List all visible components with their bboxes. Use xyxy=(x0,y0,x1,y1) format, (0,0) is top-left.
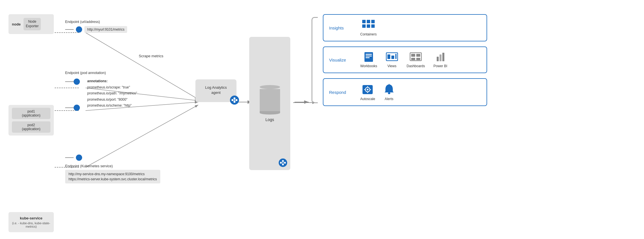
node-endpoint-section: Endpoint (url/address) http://myurl:9101… xyxy=(65,20,127,33)
svg-point-15 xyxy=(234,101,236,103)
pod1-dot xyxy=(74,79,80,85)
containers-label: Containers xyxy=(360,32,377,36)
svg-point-14 xyxy=(236,99,238,101)
logs-icon xyxy=(278,158,287,167)
pod-endpoint-label: Endpoint (pod annotation) xyxy=(65,71,137,75)
pod1-item: pod1 (application) xyxy=(12,108,50,119)
kube-dot xyxy=(76,155,82,161)
kube-endpoint-section: Endpoint (Kubernetes service) http://my-… xyxy=(65,155,160,183)
svg-point-53 xyxy=(367,89,368,90)
svg-rect-25 xyxy=(362,20,366,23)
pod2-dash xyxy=(65,107,74,108)
svg-rect-31 xyxy=(364,52,373,62)
svg-point-21 xyxy=(282,164,284,165)
insights-panel: Insights Containers xyxy=(312,14,487,106)
kube-url-2: https://metrics-server.kube-system.svc.c… xyxy=(69,177,157,181)
pod2-dot xyxy=(74,105,80,111)
svg-rect-43 xyxy=(416,58,420,60)
scrape-metrics-label: Scrape metrics xyxy=(139,54,163,58)
annotations-box: annotations: prometheus.io/scrape: "true… xyxy=(85,77,137,110)
respond-section-label: Respond xyxy=(329,90,360,95)
node-source: node Node Exporter xyxy=(8,14,54,34)
kube-endpoint-label: Endpoint (Kubernetes service) xyxy=(65,164,160,168)
visualize-section-label: Visualize xyxy=(329,58,360,62)
workbooks-label: Workbooks xyxy=(360,64,377,68)
svg-rect-37 xyxy=(391,56,394,59)
alerts-item: Alerts xyxy=(384,83,394,101)
powerbi-item: Power BI xyxy=(434,52,447,68)
svg-rect-40 xyxy=(411,54,415,57)
agent-section: Log Analyticsagent xyxy=(195,79,236,102)
insights-section-label: Insights xyxy=(329,26,360,30)
svg-rect-44 xyxy=(437,57,439,61)
kube-title: kube-service xyxy=(20,216,42,220)
logs-section: Logs xyxy=(249,37,290,170)
workbooks-item: Workbooks xyxy=(360,52,377,68)
pod1-dash xyxy=(65,81,74,82)
agent-label: Log Analyticsagent xyxy=(199,85,233,95)
dashboards-label: Dashboards xyxy=(407,64,425,68)
ann-line-2: prometheus.io/path: "/mymetrics" xyxy=(87,90,137,97)
svg-rect-28 xyxy=(362,24,366,28)
views-label: Views xyxy=(387,64,396,68)
node-dot xyxy=(76,26,82,33)
node-exporter-box: Node Exporter xyxy=(24,18,41,30)
annotations-title: annotations: xyxy=(87,78,137,84)
svg-point-13 xyxy=(234,98,236,100)
pods-source: pod1 (application) pod2 (application) xyxy=(8,105,54,136)
respond-card: Respond Autoscale xyxy=(323,78,487,106)
pod-endpoint-section: Endpoint (pod annotation) annotations: p… xyxy=(65,71,137,111)
respond-icons: Autoscale Alerts xyxy=(360,83,394,101)
main-diagram: node Node Exporter pod1 (application) po… xyxy=(0,0,644,239)
powerbi-label: Power BI xyxy=(434,64,447,68)
node-dash xyxy=(65,29,74,30)
sources-column: node Node Exporter pod1 (application) po… xyxy=(8,14,62,232)
svg-rect-38 xyxy=(395,54,396,59)
svg-point-22 xyxy=(282,162,283,163)
svg-point-12 xyxy=(232,99,234,101)
logs-cylinder xyxy=(260,85,280,115)
svg-rect-33 xyxy=(366,56,372,56)
svg-rect-29 xyxy=(367,24,370,28)
views-item: Views xyxy=(386,52,398,68)
brace-symbol xyxy=(312,17,318,103)
containers-item: Containers xyxy=(360,19,377,36)
svg-point-20 xyxy=(284,162,286,164)
svg-point-18 xyxy=(280,162,282,164)
agent-icon xyxy=(230,95,239,105)
svg-rect-36 xyxy=(387,54,390,59)
node-endpoint-label: Endpoint (url/address) xyxy=(65,20,127,24)
logs-label: Logs xyxy=(265,117,274,122)
svg-rect-42 xyxy=(411,58,415,60)
visualize-card: Visualize Workbooks xyxy=(323,46,487,73)
dashboards-item: Dashboards xyxy=(407,52,425,68)
ann-line-1: prometheus.io/scrape: "true" xyxy=(87,84,137,91)
svg-rect-45 xyxy=(440,54,442,61)
kube-url-1: http://my-service-dns.my-namespace:9100/… xyxy=(69,172,157,176)
svg-rect-27 xyxy=(371,20,375,23)
node-url: http://myurl:9101/metrics xyxy=(84,26,127,33)
alerts-label: Alerts xyxy=(385,97,393,101)
visualize-icons: Workbooks Views xyxy=(360,52,447,68)
autoscale-item: Autoscale xyxy=(360,84,375,101)
svg-rect-41 xyxy=(416,54,420,57)
svg-rect-30 xyxy=(371,24,375,28)
node-label: node xyxy=(12,22,21,26)
insights-card: Insights Containers xyxy=(323,14,487,41)
svg-point-19 xyxy=(282,160,284,162)
svg-rect-32 xyxy=(366,54,372,55)
svg-point-16 xyxy=(234,100,235,101)
kube-dash xyxy=(65,157,74,158)
autoscale-label: Autoscale xyxy=(360,97,375,101)
svg-rect-54 xyxy=(388,92,390,94)
svg-rect-34 xyxy=(366,57,370,58)
kube-source: kube-service (i.e. - kube-dns, kube-stat… xyxy=(8,212,54,232)
svg-rect-26 xyxy=(367,20,370,23)
ann-line-3: prometheus.io/port: "8000" xyxy=(87,97,137,103)
svg-rect-46 xyxy=(442,53,444,61)
kube-subtitle: (i.e. - kube-dns, kube-state-metrics) xyxy=(11,221,51,228)
insights-icons: Containers xyxy=(360,19,377,36)
pod2-item: pod2 (application) xyxy=(12,121,50,133)
ann-line-4: prometheus.io/scheme: "http" xyxy=(87,103,137,109)
